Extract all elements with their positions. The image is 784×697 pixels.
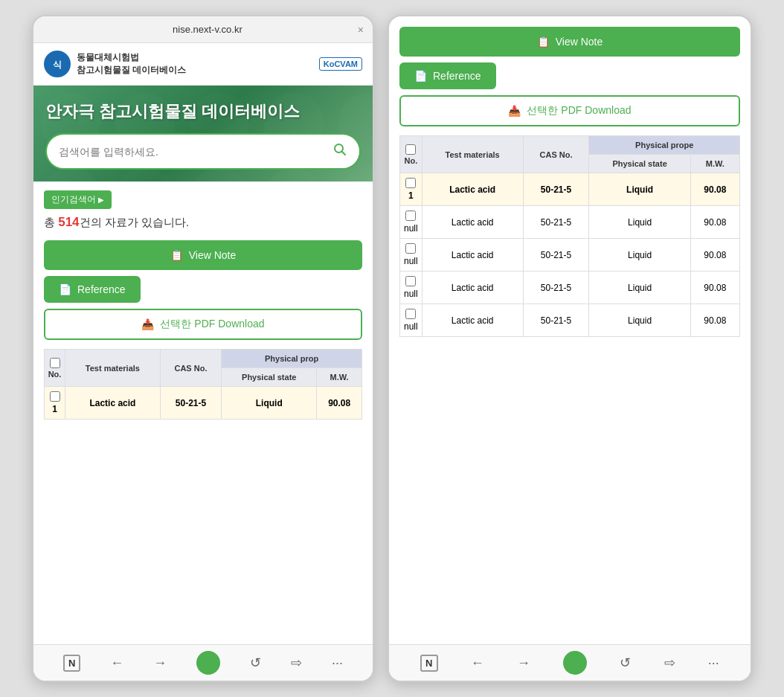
site-header: 식 동물대체시험법 참고시험물질 데이터베이스 KoCVAM bbox=[33, 43, 373, 86]
right-forward-button[interactable]: → bbox=[517, 655, 530, 671]
row-no-0: 1 bbox=[400, 173, 422, 206]
row-name: Lactic acid bbox=[65, 387, 161, 420]
row-mw-3: 90.08 bbox=[690, 272, 739, 304]
row-name-2: Lactic acid bbox=[422, 239, 523, 272]
row-checkbox[interactable] bbox=[50, 391, 60, 402]
row-name-0: Lactic acid bbox=[422, 173, 523, 206]
row-state: Liquid bbox=[222, 387, 317, 420]
right-ref-icon: 📄 bbox=[414, 70, 427, 82]
logo-icon: 식 bbox=[44, 51, 71, 77]
row-checkbox-3[interactable] bbox=[405, 276, 416, 286]
right-data-table: No. Test materials CAS No. Physical prop… bbox=[399, 135, 740, 337]
note-icon: 📋 bbox=[170, 249, 183, 261]
col-test-materials-header: Test materials bbox=[65, 350, 161, 387]
view-note-button[interactable]: 📋 View Note bbox=[44, 240, 362, 270]
popular-tag[interactable]: 인기검색어 bbox=[44, 190, 362, 215]
right-n-button[interactable]: N bbox=[420, 655, 437, 672]
browser-url: nise.next-v.co.kr bbox=[57, 24, 358, 35]
row-checkbox-2[interactable] bbox=[405, 243, 416, 254]
right-home-button[interactable] bbox=[563, 651, 587, 675]
back-button[interactable]: ← bbox=[110, 655, 123, 671]
right-pdf-icon: 📥 bbox=[508, 105, 521, 117]
nav-bar: N ← → ↺ ⇨ ··· bbox=[33, 644, 373, 681]
col-checkbox-header: No. bbox=[45, 350, 65, 387]
row-no-3: null bbox=[400, 272, 422, 304]
right-select-all-checkbox[interactable] bbox=[405, 144, 416, 155]
kocvam-badge: KoCVAM bbox=[319, 57, 362, 71]
row-no-2: null bbox=[400, 239, 422, 272]
search-box[interactable] bbox=[45, 133, 361, 170]
right-col-mw-header: M.W. bbox=[690, 155, 739, 173]
row-cas: 50-21-5 bbox=[160, 387, 221, 420]
col-cas-header: CAS No. bbox=[160, 350, 221, 387]
select-all-checkbox[interactable] bbox=[50, 358, 60, 368]
row-name-4: Lactic acid bbox=[422, 304, 523, 337]
right-back-button[interactable]: ← bbox=[471, 655, 484, 671]
hero-title: 안자극 참고시험물질 데이터베이스 bbox=[45, 100, 361, 123]
row-cas-0: 50-21-5 bbox=[523, 173, 589, 206]
table-row: null Lactic acid 50-21-5 Liquid 90.08 bbox=[400, 239, 740, 272]
svg-text:식: 식 bbox=[53, 60, 62, 70]
close-icon[interactable]: × bbox=[358, 24, 364, 36]
row-state-0: Liquid bbox=[589, 173, 690, 206]
table-row: null Lactic acid 50-21-5 Liquid 90.08 bbox=[400, 206, 740, 239]
row-no-1: null bbox=[400, 206, 422, 239]
n-button[interactable]: N bbox=[63, 655, 80, 672]
row-cas-3: 50-21-5 bbox=[523, 272, 589, 304]
row-checkbox-1[interactable] bbox=[405, 211, 416, 221]
row-mw-0: 90.08 bbox=[690, 173, 739, 206]
refresh-button[interactable]: ↺ bbox=[250, 655, 261, 671]
search-button[interactable] bbox=[332, 142, 347, 161]
right-pdf-download-button[interactable]: 📥 선택한 PDF Download bbox=[399, 95, 740, 126]
table-row: null Lactic acid 50-21-5 Liquid 90.08 bbox=[400, 304, 740, 337]
share-button[interactable]: ⇨ bbox=[291, 655, 302, 671]
hero-section: 안자극 참고시험물질 데이터베이스 bbox=[33, 86, 373, 182]
row-cas-2: 50-21-5 bbox=[523, 239, 589, 272]
row-cas-4: 50-21-5 bbox=[523, 304, 589, 337]
more-button[interactable]: ··· bbox=[332, 655, 343, 671]
right-reference-button[interactable]: 📄 Reference bbox=[399, 62, 496, 89]
right-more-button[interactable]: ··· bbox=[708, 655, 719, 671]
right-note-icon: 📋 bbox=[537, 36, 550, 48]
right-content: 📋 View Note 📄 Reference 📥 선택한 PDF Downlo… bbox=[389, 16, 751, 644]
row-no-4: null bbox=[400, 304, 422, 337]
phone-content: 식 동물대체시험법 참고시험물질 데이터베이스 KoCVAM 안자극 참고시험물… bbox=[33, 43, 373, 681]
row-state-1: Liquid bbox=[589, 206, 690, 239]
row-cas-1: 50-21-5 bbox=[523, 206, 589, 239]
main-content: 인기검색어 총 514건의 자료가 있습니다. 📋 View Note 📄 Re… bbox=[33, 182, 373, 644]
site-title: 동물대체시험법 참고시험물질 데이터베이스 bbox=[77, 51, 186, 77]
col-physical-state-header: Physical state bbox=[222, 368, 317, 387]
row-no: 1 bbox=[45, 387, 65, 420]
row-state-2: Liquid bbox=[589, 239, 690, 272]
result-count: 총 514건의 자료가 있습니다. bbox=[44, 215, 362, 230]
row-mw-1: 90.08 bbox=[690, 206, 739, 239]
reference-button[interactable]: 📄 Reference bbox=[44, 276, 141, 303]
search-input[interactable] bbox=[59, 146, 332, 158]
row-mw-2: 90.08 bbox=[690, 239, 739, 272]
browser-bar: nise.next-v.co.kr × bbox=[33, 16, 373, 43]
forward-button[interactable]: → bbox=[153, 655, 167, 671]
col-mw-header: M.W. bbox=[317, 368, 362, 387]
pdf-download-button[interactable]: 📥 선택한 PDF Download bbox=[44, 309, 362, 340]
home-button[interactable] bbox=[196, 651, 220, 675]
row-checkbox-4[interactable] bbox=[405, 309, 416, 319]
right-refresh-button[interactable]: ↺ bbox=[620, 655, 631, 671]
table-row: 1 Lactic acid 50-21-5 Liquid 90.08 bbox=[400, 173, 740, 206]
physical-props-span-header: Physical prop bbox=[222, 350, 362, 368]
ref-icon: 📄 bbox=[59, 283, 71, 295]
row-checkbox-0[interactable] bbox=[405, 178, 416, 188]
row-mw-4: 90.08 bbox=[690, 304, 739, 337]
table-container: No. Test materials CAS No. Physical prop… bbox=[44, 349, 362, 420]
logo-area: 식 동물대체시험법 참고시험물질 데이터베이스 bbox=[44, 51, 186, 77]
data-table: No. Test materials CAS No. Physical prop… bbox=[44, 349, 362, 420]
left-phone-frame: nise.next-v.co.kr × 식 동물대체시험법 참고시험물질 데이터… bbox=[32, 15, 374, 682]
right-view-note-button[interactable]: 📋 View Note bbox=[399, 27, 740, 57]
right-physical-props-span: Physical prope bbox=[589, 136, 740, 155]
right-col-checkbox-header: No. bbox=[400, 136, 422, 173]
right-col-test-materials-header: Test materials bbox=[422, 136, 523, 173]
right-col-physical-state-header: Physical state bbox=[589, 155, 690, 173]
right-share-button[interactable]: ⇨ bbox=[664, 655, 675, 671]
right-phone-frame: 📋 View Note 📄 Reference 📥 선택한 PDF Downlo… bbox=[388, 15, 752, 682]
table-row: 1 Lactic acid 50-21-5 Liquid 90.08 bbox=[45, 387, 362, 420]
svg-line-3 bbox=[342, 152, 346, 155]
